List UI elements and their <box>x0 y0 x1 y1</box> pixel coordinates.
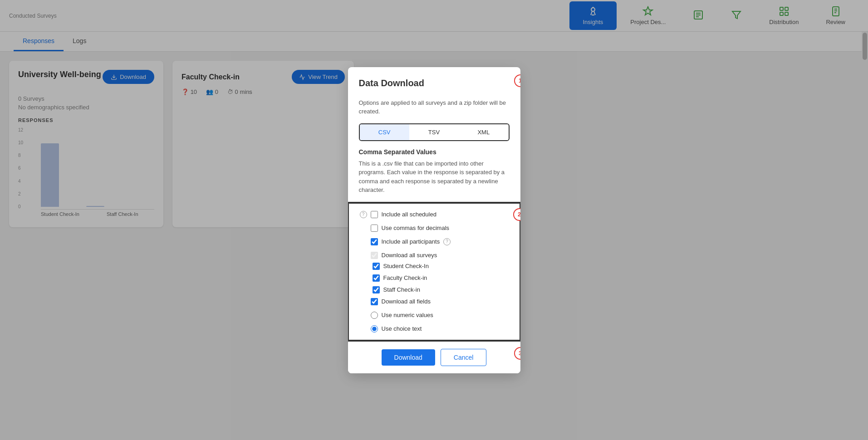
data-download-modal: Data Download Options are applied to all… <box>348 67 520 373</box>
modal-download-button[interactable]: Download <box>382 349 435 366</box>
options-section: 2 ? Include all scheduled Use commas for… <box>348 203 520 341</box>
download-all-fields-label: Download all fields <box>382 298 431 305</box>
include-scheduled-label: Include all scheduled <box>382 211 436 218</box>
help-icon-scheduled[interactable]: ? <box>360 211 367 218</box>
student-checkin-row: Student Check-In <box>373 263 509 270</box>
modal-footer: 3 Download Cancel <box>348 341 520 373</box>
use-numeric-row: Use numeric values <box>360 312 509 319</box>
faculty-checkin-row: Faculty Check-in <box>373 274 509 282</box>
include-participants-checkbox[interactable] <box>371 238 378 245</box>
use-choice-text-radio[interactable] <box>371 325 378 332</box>
format-tabs: CSV TSV XML <box>359 123 510 141</box>
use-choice-text-row: Use choice text <box>360 325 509 332</box>
modal-top: Data Download Options are applied to all… <box>348 67 520 141</box>
download-all-surveys-row: Download all surveys <box>360 252 509 259</box>
step1-badge: 1 <box>514 74 520 87</box>
download-all-fields-row: Download all fields <box>360 298 509 305</box>
download-all-fields-checkbox[interactable] <box>371 298 378 305</box>
format-tab-xml[interactable]: XML <box>459 124 508 140</box>
faculty-checkin-checkbox[interactable] <box>373 274 380 282</box>
faculty-checkin-label: Faculty Check-in <box>383 274 427 281</box>
modal-cancel-button[interactable]: Cancel <box>441 349 487 366</box>
step2-badge: 2 <box>513 208 520 221</box>
download-all-surveys-checkbox[interactable] <box>371 252 378 259</box>
use-commas-checkbox[interactable] <box>371 225 378 232</box>
csv-title: Comma Separated Values <box>359 148 510 156</box>
csv-description-section: Comma Separated Values This is a .csv fi… <box>348 141 520 203</box>
student-checkin-label: Student Check-In <box>383 263 429 269</box>
use-commas-label: Use commas for decimals <box>382 225 450 231</box>
use-numeric-label: Use numeric values <box>382 312 433 318</box>
staff-checkin-row: Staff Check-in <box>373 286 509 293</box>
modal-overlay: Data Download Options are applied to all… <box>0 0 868 440</box>
format-tab-tsv[interactable]: TSV <box>409 124 459 140</box>
modal-description: Options are applied to all surveys and a… <box>359 98 510 116</box>
include-scheduled-checkbox[interactable] <box>371 211 378 218</box>
help-icon-participants[interactable]: ? <box>443 238 451 245</box>
modal-wrapper: Data Download Options are applied to all… <box>348 67 520 373</box>
use-choice-text-label: Use choice text <box>382 325 422 332</box>
format-tab-csv[interactable]: CSV <box>360 124 409 140</box>
sub-surveys: Student Check-In Faculty Check-in Staff … <box>360 263 509 293</box>
include-participants-label: Include all participants <box>382 238 440 245</box>
background-page: Conducted Surveys Insights Project Des..… <box>0 0 868 440</box>
use-commas-row: Use commas for decimals <box>360 225 509 232</box>
csv-text: This is a .csv file that can be imported… <box>359 159 510 195</box>
modal-title: Data Download <box>359 78 424 88</box>
staff-checkin-checkbox[interactable] <box>373 286 380 293</box>
step3-badge: 3 <box>514 347 520 360</box>
use-numeric-radio[interactable] <box>371 312 378 319</box>
student-checkin-checkbox[interactable] <box>373 263 380 270</box>
include-scheduled-row: ? Include all scheduled <box>360 211 509 218</box>
staff-checkin-label: Staff Check-in <box>383 286 420 293</box>
include-participants-row: Include all participants ? <box>360 238 509 245</box>
download-all-surveys-label: Download all surveys <box>382 252 437 259</box>
